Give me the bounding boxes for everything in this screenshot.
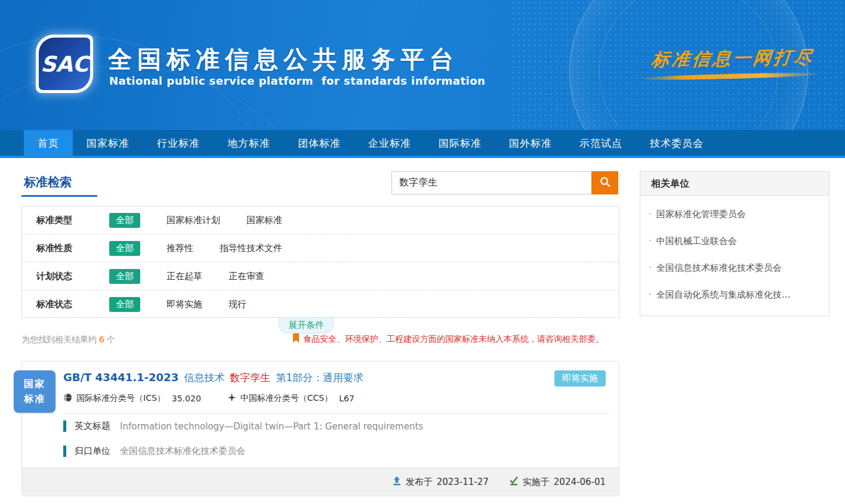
badge-line1: 国家 <box>24 377 45 392</box>
filter-label: 标准状态 <box>36 299 87 310</box>
filter-all-badge[interactable]: 全部 <box>109 213 140 228</box>
card-divider <box>63 413 609 414</box>
status-badge: 即将实施 <box>554 370 606 386</box>
field-value: 全国信息技术标准化技术委员会 <box>120 446 245 457</box>
nav-item-foreign-standards[interactable]: 国外标准 <box>495 130 566 158</box>
page-title: 标准检索 <box>24 174 72 190</box>
site-title: 全国标准信息公共服务平台 <box>108 43 459 76</box>
national-standard-badge: 国家 标准 <box>14 370 55 413</box>
published-value: 2023-11-27 <box>437 477 489 487</box>
sac-logo-text: SAC <box>41 52 88 76</box>
filter-option[interactable]: 国家标准 <box>246 215 282 226</box>
standard-title-highlight[interactable]: 数字孪生 <box>230 371 270 385</box>
standard-title-pre[interactable]: 信息技术 <box>184 371 224 385</box>
notice-text: 食品安全、环境保护、工程建设方面的国家标准未纳入本系统，请咨询相关部委。 <box>303 334 604 345</box>
implemented-label: 实施于 <box>523 477 550 488</box>
nav-items: 首页 国家标准 行业标准 地方标准 团体标准 企业标准 国际标准 国外标准 示范… <box>24 130 717 158</box>
sidebar-item-automation-systems-committee[interactable]: 全国自动化系统与集成标准化技… <box>649 289 821 301</box>
standard-title-post[interactable]: 第1部分：通用要求 <box>276 371 363 385</box>
nav-item-enterprise-standards[interactable]: 企业标准 <box>354 130 425 158</box>
sidebar-item-machinery-federation[interactable]: 中国机械工业联合会 <box>649 236 821 247</box>
nav-item-international-standards[interactable]: 国际标准 <box>425 130 495 158</box>
result-count-number: 6 <box>99 335 104 344</box>
ccs-value: L67 <box>339 394 354 403</box>
bookmark-icon <box>292 333 300 345</box>
filter-option[interactable]: 正在审查 <box>229 271 264 282</box>
card-footer: 发布于 2023-11-27 实施于 2024-06-01 <box>22 468 619 496</box>
field-row-english-title: 英文标题 Information technology—Digital twin… <box>63 420 423 432</box>
filter-label: 计划状态 <box>36 271 87 282</box>
result-count-prefix: 为您找到相关结果约 <box>21 335 97 344</box>
main-nav: 首页 国家标准 行业标准 地方标准 团体标准 企业标准 国际标准 国外标准 示范… <box>0 130 845 158</box>
nav-item-industry-standards[interactable]: 行业标准 <box>143 130 214 158</box>
filter-option[interactable]: 指导性技术文件 <box>220 243 282 254</box>
related-units-panel: 相关单位 国家标准化管理委员会 中国机械工业联合会 全国信息技术标准化技术委员会… <box>640 171 829 316</box>
filter-option[interactable]: 现行 <box>229 299 246 310</box>
badge-line2: 标准 <box>24 392 45 407</box>
published-date: 发布于 2023-11-27 <box>392 476 489 488</box>
filter-option[interactable]: 国家标准计划 <box>166 215 220 226</box>
filter-panel: 标准类型 全部 国家标准计划 国家标准 标准性质 全部 推荐性 指导性技术文件 … <box>21 206 619 318</box>
standard-result-card: 国家 标准 GB/T 43441.1-2023 信息技术 数字孪生 第1部分：通… <box>21 361 619 496</box>
classification-row: 国际标准分类号（ICS） 35.020 中国标准分类号（CCS） L67 <box>63 393 354 404</box>
search-icon <box>599 176 611 190</box>
field-value: Information technology—Digital twin—Part… <box>120 421 423 432</box>
standard-code[interactable]: GB/T 43441.1-2023 <box>63 371 178 384</box>
field-row-competent-unit: 归口单位 全国信息技术标准化技术委员会 <box>63 446 245 457</box>
site-header: SAC 全国标准信息公共服务平台 National public service… <box>0 0 845 130</box>
filter-all-badge[interactable]: 全部 <box>109 241 140 256</box>
expand-conditions-button[interactable]: 展开条件 <box>279 317 334 333</box>
filter-option[interactable]: 推荐性 <box>166 243 193 254</box>
nav-item-group-standards[interactable]: 团体标准 <box>284 130 354 158</box>
filter-row-standard-status: 标准状态 全部 即将实施 现行 <box>22 290 619 319</box>
title-underline <box>21 195 97 197</box>
sac-logo-inner: SAC <box>39 38 90 90</box>
ics-value: 35.020 <box>172 394 201 403</box>
ics-classification: 国际标准分类号（ICS） 35.020 <box>63 393 201 404</box>
result-count-suffix: 个 <box>107 335 115 344</box>
search-button[interactable] <box>591 171 618 194</box>
filter-option[interactable]: 即将实施 <box>166 299 202 310</box>
sidebar-item-sac[interactable]: 国家标准化管理委员会 <box>649 209 821 220</box>
filter-label: 标准类型 <box>36 215 87 226</box>
filter-row-standard-nature: 标准性质 全部 推荐性 指导性技术文件 <box>22 234 619 262</box>
implemented-date: 实施于 2024-06-01 <box>509 476 606 488</box>
ics-label: 国际标准分类号（ICS） <box>76 393 165 404</box>
filter-row-standard-type: 标准类型 全部 国家标准计划 国家标准 <box>22 206 619 234</box>
search-bar <box>391 171 618 194</box>
filter-all-badge[interactable]: 全部 <box>109 297 140 312</box>
slogan-text: 标准信息一网打尽 <box>650 45 816 73</box>
result-count: 为您找到相关结果约6个 <box>21 335 115 345</box>
implement-check-icon <box>509 476 519 488</box>
compass-icon <box>227 393 236 404</box>
related-units-title: 相关单位 <box>640 172 829 196</box>
notice-banner: 食品安全、环境保护、工程建设方面的国家标准未纳入本系统，请咨询相关部委。 <box>292 333 604 345</box>
site-subtitle: National public service platform for sta… <box>109 75 485 87</box>
nav-item-technical-committee[interactable]: 技术委员会 <box>636 130 717 158</box>
ccs-label: 中国标准分类号（CCS） <box>240 393 332 404</box>
field-accent-bar <box>63 420 66 432</box>
globe-icon <box>63 393 72 404</box>
sac-logo[interactable]: SAC <box>36 35 93 93</box>
published-label: 发布于 <box>406 477 433 488</box>
related-units-list: 国家标准化管理委员会 中国机械工业联合会 全国信息技术标准化技术委员会 全国自动… <box>640 196 829 301</box>
nav-item-local-standards[interactable]: 地方标准 <box>214 130 284 158</box>
nav-item-national-standards[interactable]: 国家标准 <box>73 130 143 158</box>
field-accent-bar <box>63 446 66 457</box>
publish-icon <box>392 476 402 488</box>
nav-item-pilot[interactable]: 示范试点 <box>566 130 636 158</box>
filter-row-plan-status: 计划状态 全部 正在起草 正在审查 <box>22 262 619 290</box>
search-input[interactable] <box>391 171 591 194</box>
filter-option[interactable]: 正在起草 <box>166 271 202 282</box>
field-label: 英文标题 <box>75 420 110 432</box>
implemented-value: 2024-06-01 <box>554 477 606 487</box>
filter-all-badge[interactable]: 全部 <box>109 269 140 284</box>
nav-item-home[interactable]: 首页 <box>24 130 73 158</box>
sidebar-item-it-standardization-committee[interactable]: 全国信息技术标准化技术委员会 <box>649 262 821 274</box>
ccs-classification: 中国标准分类号（CCS） L67 <box>227 393 354 404</box>
filter-label: 标准性质 <box>36 243 87 254</box>
field-label: 归口单位 <box>75 446 110 457</box>
page: SAC 全国标准信息公共服务平台 National public service… <box>0 0 845 504</box>
standard-title[interactable]: GB/T 43441.1-2023 信息技术 数字孪生 第1部分：通用要求 <box>63 371 363 385</box>
